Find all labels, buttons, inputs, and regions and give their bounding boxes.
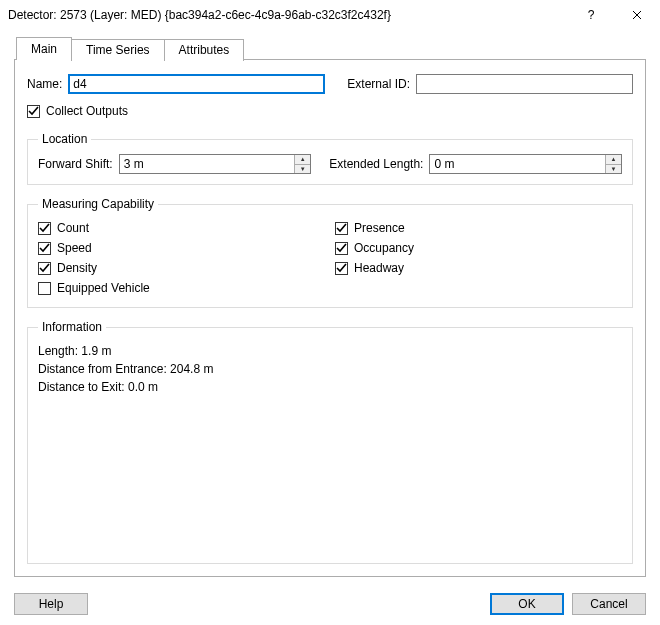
checkbox-label: Occupancy xyxy=(354,241,414,255)
spin-up-icon[interactable]: ▲ xyxy=(606,155,621,164)
checkbox-label: Presence xyxy=(354,221,405,235)
forward-shift-value[interactable] xyxy=(120,155,295,173)
row-name-external: Name: External ID: xyxy=(27,74,633,94)
checkbox-equipped-vehicle[interactable]: Equipped Vehicle xyxy=(38,281,325,295)
footer: Help OK Cancel xyxy=(0,587,660,625)
titlebar: Detector: 2573 (Layer: MED) {bac394a2-c6… xyxy=(0,0,660,30)
group-information: Information Length: 1.9 m Distance from … xyxy=(27,320,633,564)
extended-length-value[interactable] xyxy=(430,155,605,173)
ok-button[interactable]: OK xyxy=(490,593,564,615)
forward-shift-label: Forward Shift: xyxy=(38,157,113,171)
checkbox-icon xyxy=(27,105,40,118)
checkbox-icon xyxy=(335,242,348,255)
row-location-fields: Forward Shift: ▲ ▼ Extended Length: ▲ xyxy=(38,154,622,174)
tab-attributes[interactable]: Attributes xyxy=(164,39,245,61)
client-area: Main Time Series Attributes Name: Extern… xyxy=(0,30,660,587)
checkbox-density[interactable]: Density xyxy=(38,261,325,275)
spin-up-icon[interactable]: ▲ xyxy=(295,155,310,164)
checkbox-label: Equipped Vehicle xyxy=(57,281,150,295)
spin-down-icon[interactable]: ▼ xyxy=(295,164,310,174)
checkbox-headway[interactable]: Headway xyxy=(335,261,622,275)
name-label: Name: xyxy=(27,77,62,91)
forward-shift-input[interactable]: ▲ ▼ xyxy=(119,154,312,174)
spin-buttons[interactable]: ▲ ▼ xyxy=(294,155,310,173)
checkbox-label: Headway xyxy=(354,261,404,275)
checkbox-speed[interactable]: Speed xyxy=(38,241,325,255)
extended-length-label: Extended Length: xyxy=(329,157,423,171)
information-content: Length: 1.9 m Distance from Entrance: 20… xyxy=(38,342,622,396)
spin-down-icon[interactable]: ▼ xyxy=(606,164,621,174)
tab-time-series[interactable]: Time Series xyxy=(71,39,165,61)
checkbox-label: Speed xyxy=(57,241,92,255)
group-location: Location Forward Shift: ▲ ▼ Extended Len… xyxy=(27,132,633,185)
checkbox-count[interactable]: Count xyxy=(38,221,325,235)
group-information-legend: Information xyxy=(38,320,106,334)
tab-panel-main: Name: External ID: Collect Outputs Locat… xyxy=(14,59,646,577)
collect-outputs-label: Collect Outputs xyxy=(46,104,128,118)
checkbox-icon xyxy=(38,262,51,275)
close-button[interactable] xyxy=(614,0,660,30)
cancel-button[interactable]: Cancel xyxy=(572,593,646,615)
checkbox-occupancy[interactable]: Occupancy xyxy=(335,241,622,255)
tabs: Main Time Series Attributes xyxy=(16,36,646,59)
collect-outputs-checkbox[interactable]: Collect Outputs xyxy=(27,104,633,118)
checkbox-icon xyxy=(38,222,51,235)
checkbox-icon xyxy=(335,262,348,275)
question-icon: ? xyxy=(588,8,595,22)
info-distance-to-exit: Distance to Exit: 0.0 m xyxy=(38,380,622,394)
measuring-grid: Count Presence Speed Occupancy xyxy=(38,219,622,297)
info-length: Length: 1.9 m xyxy=(38,344,622,358)
checkbox-icon xyxy=(38,242,51,255)
checkbox-label: Count xyxy=(57,221,89,235)
tab-main[interactable]: Main xyxy=(16,37,72,60)
extended-length-input[interactable]: ▲ ▼ xyxy=(429,154,622,174)
spin-buttons[interactable]: ▲ ▼ xyxy=(605,155,621,173)
group-measuring-legend: Measuring Capability xyxy=(38,197,158,211)
help-button-footer[interactable]: Help xyxy=(14,593,88,615)
group-location-legend: Location xyxy=(38,132,91,146)
name-input[interactable] xyxy=(68,74,325,94)
close-icon xyxy=(632,10,642,20)
checkbox-icon xyxy=(38,282,51,295)
help-button[interactable]: ? xyxy=(568,0,614,30)
group-measuring: Measuring Capability Count Presence Spee… xyxy=(27,197,633,308)
external-id-input[interactable] xyxy=(416,74,633,94)
checkbox-label: Density xyxy=(57,261,97,275)
checkbox-icon xyxy=(335,222,348,235)
info-distance-from-entrance: Distance from Entrance: 204.8 m xyxy=(38,362,622,376)
dialog-window: Detector: 2573 (Layer: MED) {bac394a2-c6… xyxy=(0,0,660,625)
window-title: Detector: 2573 (Layer: MED) {bac394a2-c6… xyxy=(8,8,568,22)
external-id-label: External ID: xyxy=(347,77,410,91)
checkbox-presence[interactable]: Presence xyxy=(335,221,622,235)
